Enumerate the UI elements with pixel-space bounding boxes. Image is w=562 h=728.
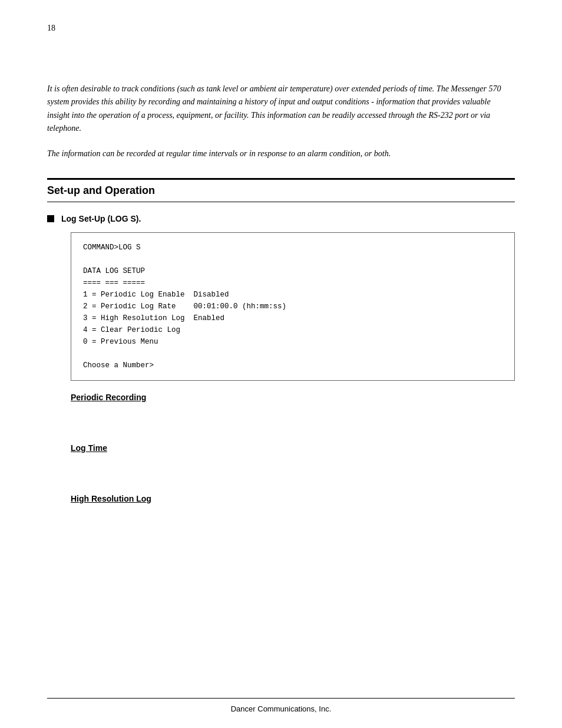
terminal-box: COMMAND>LOG S DATA LOG SETUP ==== === ==…: [71, 232, 515, 381]
footer-text: Dancer Communications, Inc.: [0, 704, 562, 713]
log-time-link[interactable]: Log Time: [71, 443, 515, 453]
periodic-recording-link[interactable]: Periodic Recording: [71, 393, 515, 402]
section-divider-top: [47, 178, 515, 180]
intro-paragraph-1: It is often desirable to track condition…: [47, 83, 515, 136]
intro-paragraph-2: The information can be recorded at regul…: [47, 147, 515, 160]
footer-divider: [47, 698, 515, 699]
page: 18 It is often desirable to track condit…: [0, 0, 562, 728]
intro-section: It is often desirable to track condition…: [47, 83, 515, 160]
spacer-1: [47, 411, 515, 434]
section-divider-bottom: [47, 202, 515, 202]
page-number: 18: [47, 24, 55, 33]
subsection-header: Log Set-Up (LOG S).: [47, 214, 515, 223]
bullet-icon: [47, 215, 54, 222]
section-title: Set-up and Operation: [47, 185, 515, 197]
spacer-2: [47, 462, 515, 485]
subsection-title: Log Set-Up (LOG S).: [61, 214, 141, 223]
high-resolution-log-link[interactable]: High Resolution Log: [71, 494, 515, 503]
subsection-log-setup: Log Set-Up (LOG S). COMMAND>LOG S DATA L…: [47, 214, 515, 503]
